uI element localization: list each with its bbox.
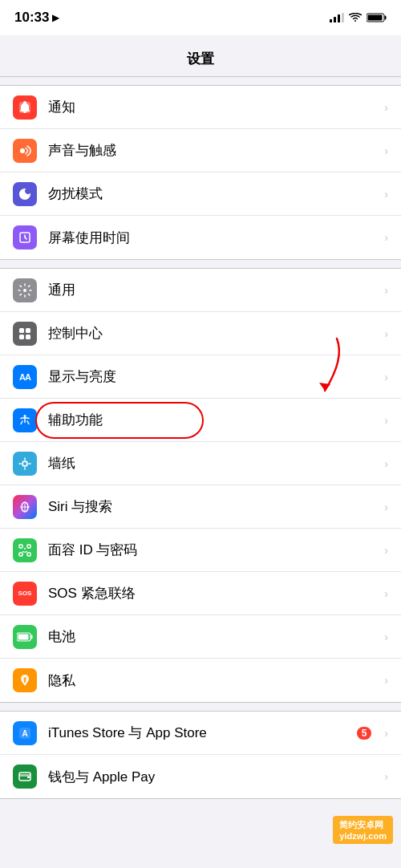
svg-rect-29 (18, 634, 29, 639)
sos-icon: SOS (13, 582, 37, 606)
svg-rect-11 (19, 328, 24, 333)
display-icon: AA (13, 365, 37, 389)
svg-rect-36 (27, 777, 30, 778)
svg-rect-14 (26, 335, 30, 339)
sounds-icon (13, 139, 37, 163)
page-title: 设置 (187, 50, 214, 68)
general-icon (13, 278, 37, 302)
general-label: 通用 (48, 281, 378, 299)
svg-rect-6 (368, 15, 383, 21)
settings-item-display[interactable]: AA 显示与亮度 › (0, 355, 401, 399)
status-icons (330, 13, 387, 22)
chevron-icon: › (384, 144, 388, 157)
settings-item-faceid[interactable]: 面容 ID 与密码 › (0, 529, 401, 572)
svg-rect-22 (19, 545, 22, 548)
chevron-icon: › (384, 101, 388, 114)
svg-rect-23 (27, 545, 30, 548)
svg-point-10 (23, 289, 26, 292)
chevron-icon: › (384, 457, 388, 470)
itunes-badge: 5 (357, 727, 372, 740)
sounds-label: 声音与触感 (48, 141, 378, 160)
chevron-icon: › (384, 371, 388, 383)
wifi-icon (349, 13, 362, 22)
wallet-icon (13, 765, 37, 789)
svg-point-26 (24, 548, 26, 550)
svg-point-8 (20, 148, 25, 153)
svg-rect-24 (19, 553, 22, 556)
status-bar: 10:33 ▶ (0, 0, 401, 35)
settings-item-privacy[interactable]: 隐私 › (0, 659, 401, 702)
settings-item-sos[interactable]: SOS SOS 紧急联络 › (0, 572, 401, 615)
settings-group-1: 通知 › 声音与触感 › 勿扰模式 › (0, 85, 401, 260)
svg-point-18 (23, 462, 26, 465)
settings-item-siri[interactable]: Siri 与搜索 › (0, 485, 401, 529)
chevron-icon: › (384, 327, 388, 340)
donotdisturb-label: 勿扰模式 (48, 185, 378, 203)
svg-rect-0 (330, 19, 332, 22)
settings-section: 通知 › 声音与触感 › 勿扰模式 › (0, 77, 401, 799)
settings-item-wallpaper[interactable]: 墙纸 › (0, 442, 401, 485)
settings-item-itunes[interactable]: A iTunes Store 与 App Store 5 › (0, 712, 401, 755)
sos-label: SOS 紧急联络 (48, 584, 378, 602)
svg-rect-28 (31, 635, 33, 639)
signal-icon (330, 13, 344, 22)
controlcenter-label: 控制中心 (48, 324, 378, 343)
svg-rect-13 (19, 335, 24, 339)
settings-item-accessibility[interactable]: 辅助功能 › (0, 399, 401, 442)
siri-icon (13, 495, 37, 519)
chevron-icon: › (384, 631, 388, 643)
settings-item-battery[interactable]: 电池 › (0, 615, 401, 659)
svg-rect-2 (338, 14, 340, 22)
accessibility-icon (13, 408, 37, 432)
itunes-icon: A (13, 721, 37, 745)
settings-item-controlcenter[interactable]: 控制中心 › (0, 312, 401, 355)
siri-label: Siri 与搜索 (48, 497, 378, 516)
notification-icon (13, 95, 37, 120)
settings-item-donotdisturb[interactable]: 勿扰模式 › (0, 172, 401, 216)
svg-rect-12 (26, 328, 30, 333)
settings-item-screentime[interactable]: 屏幕使用时间 › (0, 216, 401, 259)
location-icon: ▶ (52, 12, 59, 23)
display-label: 显示与亮度 (48, 367, 378, 386)
settings-item-wallet[interactable]: 钱包与 Apple Pay › (0, 755, 401, 798)
battery-label: 电池 (48, 627, 378, 646)
chevron-icon: › (384, 188, 388, 201)
chevron-icon: › (384, 587, 388, 600)
watermark: 简约安卓网yidzwj.com (333, 816, 393, 844)
svg-rect-35 (19, 774, 30, 777)
settings-item-general[interactable]: 通用 › (0, 269, 401, 312)
svg-rect-1 (334, 17, 336, 22)
chevron-icon: › (384, 727, 388, 740)
itunes-label: iTunes Store 与 App Store (48, 724, 357, 742)
battery-icon-settings (13, 625, 37, 649)
chevron-icon: › (384, 770, 388, 783)
chevron-icon: › (384, 674, 388, 687)
chevron-icon: › (384, 284, 388, 297)
svg-rect-5 (385, 16, 387, 20)
chevron-icon: › (384, 544, 388, 557)
settings-item-notifications[interactable]: 通知 › (0, 86, 401, 129)
notifications-label: 通知 (48, 98, 378, 116)
wallpaper-icon (13, 452, 37, 476)
donotdisturb-icon (13, 182, 37, 206)
battery-icon (367, 13, 387, 22)
wallpaper-label: 墙纸 (48, 454, 378, 473)
svg-point-15 (24, 415, 26, 417)
settings-group-2: 通用 › 控制中心 › AA 显示与亮度 › (0, 268, 401, 703)
chevron-icon: › (384, 501, 388, 513)
svg-text:A: A (22, 729, 27, 738)
screentime-icon (13, 225, 37, 249)
settings-item-sounds[interactable]: 声音与触感 › (0, 129, 401, 172)
svg-rect-25 (27, 553, 30, 556)
privacy-label: 隐私 (48, 671, 378, 690)
svg-point-30 (24, 678, 26, 680)
screentime-label: 屏幕使用时间 (48, 229, 378, 247)
chevron-icon: › (384, 414, 388, 427)
svg-rect-3 (342, 13, 344, 22)
accessibility-label: 辅助功能 (48, 411, 378, 429)
controlcenter-icon (13, 322, 37, 346)
settings-group-3: A iTunes Store 与 App Store 5 › 钱包与 Apple… (0, 711, 401, 799)
faceid-label: 面容 ID 与密码 (48, 541, 378, 559)
svg-rect-31 (24, 680, 26, 683)
nav-bar: 设置 (0, 35, 401, 77)
